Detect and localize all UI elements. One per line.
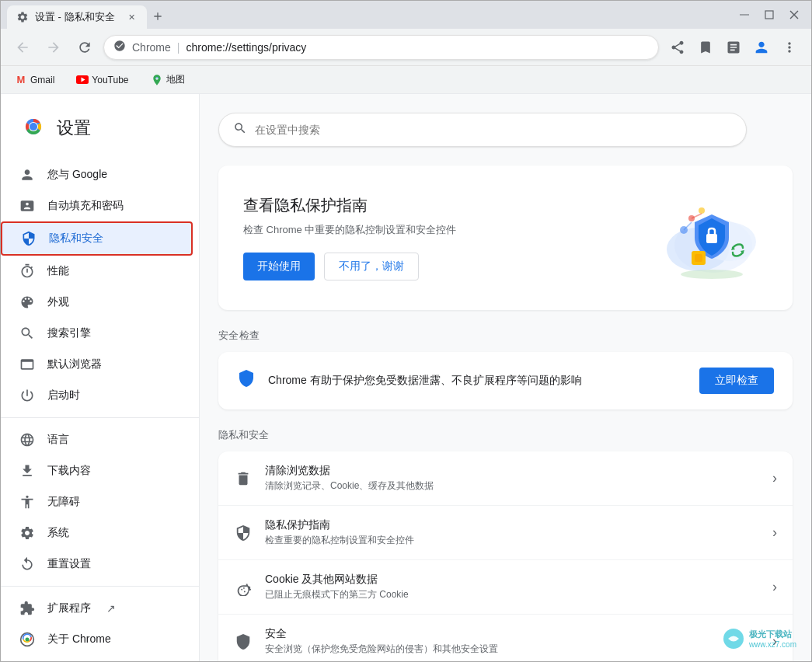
privacy-guide-card: 查看隐私保护指南 检查 Chrome 中重要的隐私控制设置和安全控件 开始使用 … — [218, 166, 793, 310]
sidebar-header: 设置 — [1, 106, 199, 159]
maps-icon — [151, 74, 163, 86]
bookmark-gmail[interactable]: M Gmail — [10, 71, 59, 89]
guide-card-content: 查看隐私保护指南 检查 Chrome 中重要的隐私控制设置和安全控件 开始使用 … — [243, 195, 609, 281]
main-content: 查看隐私保护指南 检查 Chrome 中重要的隐私控制设置和安全控件 开始使用 … — [200, 94, 811, 661]
search-container — [218, 113, 793, 147]
bookmark-gmail-label: Gmail — [30, 75, 54, 85]
close-button[interactable] — [783, 4, 805, 26]
security-shield-icon — [237, 369, 256, 392]
watermark-url: www.xz7.com — [749, 640, 796, 649]
sidebar-item-about[interactable]: 关于 Chrome — [1, 624, 193, 655]
sidebar-item-system[interactable]: 系统 — [1, 517, 193, 549]
profile-button[interactable] — [749, 35, 774, 60]
cookies-content: Cookie 及其他网站数据 已阻止无痕模式下的第三方 Cookie — [265, 573, 760, 601]
address-bar[interactable]: Chrome | chrome://settings/privacy — [103, 35, 659, 60]
privacy-icon — [21, 231, 37, 246]
cookies-item[interactable]: Cookie 及其他网站数据 已阻止无痕模式下的第三方 Cookie › — [218, 560, 793, 615]
tab-close-button[interactable]: ✕ — [125, 11, 138, 23]
security-check-section-title: 安全检查 — [218, 329, 793, 343]
privacy-guide-item[interactable]: 隐私保护指南 检查重要的隐私控制设置和安全控件 › — [218, 506, 793, 560]
sidebar-item-download[interactable]: 下载内容 — [1, 455, 193, 486]
sidebar-item-google[interactable]: 您与 Google — [1, 159, 193, 190]
site-security-icon — [113, 40, 126, 55]
svg-rect-1 — [765, 11, 773, 19]
sidebar-item-autofill[interactable]: 自动填充和密码 — [1, 190, 193, 221]
guide-card-description: 检查 Chrome 中重要的隐私控制设置和安全控件 — [243, 222, 609, 238]
sidebar: 设置 您与 Google 自动填充和密码 隐私和安全 — [1, 94, 200, 661]
sidebar-label-language: 语言 — [47, 433, 69, 447]
security-desc: 安全浏览（保护您免受危险网站的侵害）和其他安全设置 — [265, 643, 760, 656]
privacy-settings-section: 隐私和安全 清除浏览数据 清除浏览记录、Cookie、缓存及其他数据 › — [218, 428, 793, 661]
minimize-button[interactable] — [734, 4, 755, 26]
new-tab-button[interactable] — [147, 5, 169, 27]
sidebar-label-autofill: 自动填充和密码 — [47, 199, 124, 213]
sidebar-item-startup[interactable]: 启动时 — [1, 380, 193, 411]
clear-data-content: 清除浏览数据 清除浏览记录、Cookie、缓存及其他数据 — [265, 464, 760, 493]
sidebar-item-search[interactable]: 搜索引擎 — [1, 318, 193, 349]
search-input[interactable] — [255, 124, 732, 136]
about-icon — [19, 632, 35, 647]
appearance-icon — [19, 294, 35, 310]
clear-data-item[interactable]: 清除浏览数据 清除浏览记录、Cookie、缓存及其他数据 › — [218, 451, 793, 506]
sidebar-item-browser[interactable]: 默认浏览器 — [1, 349, 193, 380]
bookmark-maps[interactable]: 地图 — [146, 70, 190, 89]
check-now-button[interactable]: 立即检查 — [699, 368, 774, 394]
settings-card: 清除浏览数据 清除浏览记录、Cookie、缓存及其他数据 › 隐私保护指南 检查… — [218, 451, 793, 661]
reload-button[interactable] — [72, 35, 97, 60]
extensions-icon — [19, 601, 35, 616]
gmail-icon: M — [15, 74, 27, 86]
security-item[interactable]: 安全 安全浏览（保护您免受危险网站的侵害）和其他安全设置 › — [218, 615, 793, 661]
privacy-settings-title: 隐私和安全 — [218, 428, 793, 442]
sidebar-item-performance[interactable]: 性能 — [1, 256, 193, 287]
privacy-guide-content: 隐私保护指南 检查重要的隐私控制设置和安全控件 — [265, 518, 760, 547]
sidebar-item-extensions[interactable]: 扩展程序 ↗ — [1, 593, 193, 624]
active-tab[interactable]: 设置 - 隐私和安全 ✕ — [7, 5, 147, 29]
start-button[interactable]: 开始使用 — [243, 253, 315, 280]
bookmarks-bar: M Gmail YouTube 地图 — [1, 66, 811, 94]
browser-window: 设置 - 隐私和安全 ✕ — [0, 0, 812, 662]
search-icon — [233, 121, 247, 138]
sidebar-item-language[interactable]: 语言 — [1, 424, 193, 455]
autofill-icon — [19, 198, 35, 214]
svg-rect-0 — [740, 15, 749, 16]
security-content: 安全 安全浏览（保护您免受危险网站的侵害）和其他安全设置 — [265, 627, 760, 656]
cookies-desc: 已阻止无痕模式下的第三方 Cookie — [265, 588, 760, 601]
sidebar-label-performance: 性能 — [47, 264, 69, 278]
performance-icon — [19, 263, 35, 279]
tab-search-button[interactable] — [721, 35, 746, 60]
restore-button[interactable] — [758, 4, 780, 26]
sidebar-label-accessibility: 无障碍 — [47, 495, 80, 509]
guide-card-title: 查看隐私保护指南 — [243, 195, 609, 216]
url-separator: | — [177, 41, 180, 54]
sidebar-label-privacy: 隐私和安全 — [49, 232, 103, 246]
sidebar-label-google: 您与 Google — [47, 168, 107, 182]
google-icon — [19, 167, 35, 183]
privacy-guide-desc: 检查重要的隐私控制设置和安全控件 — [265, 534, 760, 547]
youtube-icon — [76, 74, 89, 86]
search-box[interactable] — [218, 113, 747, 147]
back-button[interactable] — [10, 35, 35, 60]
browser-icon — [19, 357, 35, 372]
tab-title: 设置 - 隐私和安全 — [35, 10, 115, 24]
svg-point-25 — [681, 270, 743, 279]
sidebar-divider-2 — [1, 586, 199, 587]
sidebar-item-privacy[interactable]: 隐私和安全 — [1, 221, 193, 256]
guide-buttons: 开始使用 不用了，谢谢 — [243, 253, 609, 280]
sidebar-label-system: 系统 — [47, 526, 69, 540]
clear-data-icon — [234, 469, 253, 488]
sidebar-label-download: 下载内容 — [47, 464, 91, 478]
language-icon — [19, 432, 35, 448]
cookies-arrow: › — [772, 579, 777, 595]
decline-button[interactable]: 不用了，谢谢 — [324, 253, 419, 280]
bookmark-youtube[interactable]: YouTube — [71, 71, 133, 89]
clear-data-title: 清除浏览数据 — [265, 464, 760, 478]
sidebar-item-accessibility[interactable]: 无障碍 — [1, 486, 193, 517]
share-button[interactable] — [665, 35, 690, 60]
security-card-text: Chrome 有助于保护您免受数据泄露、不良扩展程序等问题的影响 — [268, 374, 687, 388]
sidebar-item-appearance[interactable]: 外观 — [1, 287, 193, 318]
sidebar-item-reset[interactable]: 重置设置 — [1, 549, 193, 580]
menu-button[interactable] — [777, 35, 802, 60]
bookmark-button[interactable] — [693, 35, 718, 60]
navbar: Chrome | chrome://settings/privacy — [1, 29, 811, 66]
forward-button[interactable] — [41, 35, 66, 60]
